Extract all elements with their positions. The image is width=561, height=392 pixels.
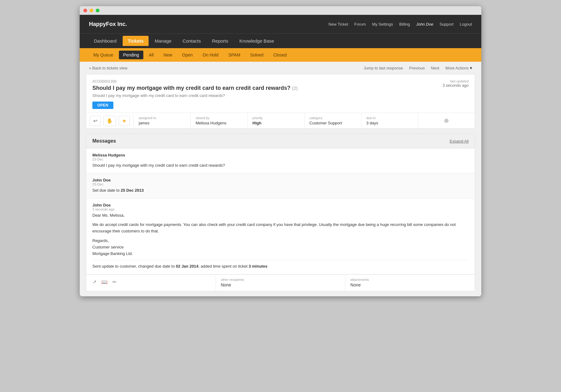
other-recipients-value: None	[221, 282, 340, 287]
minimize-window-btn[interactable]	[90, 9, 93, 12]
closed-tab[interactable]: Closed	[269, 51, 291, 59]
message-body: Should I pay my mortgage with my credit …	[92, 162, 469, 169]
status-dot-field	[418, 113, 475, 128]
close-window-btn[interactable]	[83, 9, 87, 12]
messages-section: Messages Expand All Melissa Hudgens 23-D…	[86, 134, 475, 291]
message-item: John Doe 23-Dec Set due date to 25 Dec 2…	[86, 173, 475, 198]
footer-action-icons: ↗ 📖 ✏	[91, 278, 211, 286]
manage-nav[interactable]: Manage	[150, 36, 176, 46]
ticket-meta-right: last updated 3 seconds ago	[442, 79, 469, 88]
more-actions-label: More Actions	[445, 66, 469, 70]
message-item: Melissa Hudgens 23-Dec Should I pay my m…	[86, 148, 475, 173]
support-link[interactable]: Support	[440, 22, 454, 27]
priority-value: High	[252, 121, 299, 125]
message-item: John Doe 3 seconds ago Dear Ms. Melissa,…	[86, 198, 475, 275]
message-sender: John Doe	[92, 178, 469, 182]
due-in-field: due in: 3 days	[361, 113, 418, 128]
ticket-header: #CO00001306 Should I pay my mortgage wit…	[86, 74, 475, 102]
assigned-to-value: james	[139, 121, 185, 125]
last-updated-value: 3 seconds ago	[442, 83, 469, 88]
share-icon[interactable]: ↗	[91, 278, 98, 286]
new-tab[interactable]: New	[159, 51, 177, 59]
message-body: Dear Ms. Melissa, We do accept credit ca…	[92, 212, 469, 270]
title-bar	[80, 6, 481, 15]
message-footer: ↗ 📖 ✏ other recipients None attachments …	[86, 274, 475, 291]
app-logo: HappyFox Inc.	[89, 21, 127, 27]
breadcrumb-actions: Jump to last response Previous Next More…	[364, 65, 472, 70]
ticket-fields: ↩ ✋ ★ assigned to james raised by Meliss…	[86, 113, 475, 128]
messages-header: Messages Expand All	[86, 134, 475, 148]
breadcrumb-bar: « Back to tickets view Jump to last resp…	[80, 62, 481, 74]
message-body: Set due date to 25 Dec 2013	[92, 187, 469, 194]
category-field: category Customer Support	[305, 113, 361, 128]
more-actions-dropdown[interactable]: More Actions ▾	[445, 65, 472, 70]
sub-navigation: My Queue Pending All New Open On Hold SP…	[80, 48, 481, 62]
ticket-subtitle: Should I pay my mortgage with my credit …	[92, 93, 442, 98]
ticket-number: #CO00001306	[92, 79, 442, 84]
star-btn[interactable]: ★	[119, 116, 130, 126]
top-navigation: HappyFox Inc. New Ticket Forum My Settin…	[80, 15, 481, 33]
ticket-title-area: #CO00001306 Should I pay my mortgage wit…	[92, 79, 442, 98]
contacts-nav[interactable]: Contacts	[178, 36, 206, 46]
jump-to-last-response[interactable]: Jump to last response	[364, 66, 403, 70]
maximize-window-btn[interactable]	[96, 9, 99, 12]
message-date: 23-Dec	[92, 157, 469, 161]
status-dot	[444, 119, 449, 123]
status-badge: OPEN	[92, 102, 113, 109]
previous-action[interactable]: Previous	[409, 66, 425, 70]
category-value: Customer Support	[310, 121, 356, 125]
message-sender: Melissa Hudgens	[92, 153, 469, 157]
knowledge-base-nav[interactable]: Knowledge Base	[234, 36, 279, 46]
message-sender: John Doe	[92, 203, 469, 207]
reply-btn[interactable]: ↩	[90, 116, 101, 126]
my-settings-link[interactable]: My Settings	[372, 22, 393, 27]
messages-title: Messages	[92, 138, 116, 144]
solved-tab[interactable]: Solved	[246, 51, 268, 59]
back-to-tickets-link[interactable]: « Back to tickets view	[89, 66, 127, 70]
top-nav-links: New Ticket Forum My Settings Billing Joh…	[328, 22, 472, 27]
edit-icon[interactable]: ✏	[111, 278, 118, 286]
message-date: 23-Dec	[92, 182, 469, 186]
forum-link[interactable]: Forum	[354, 22, 366, 27]
open-tab[interactable]: Open	[178, 51, 197, 59]
due-in-value: 3 days	[366, 121, 413, 125]
new-ticket-link[interactable]: New Ticket	[328, 22, 348, 27]
other-recipients-section: other recipients None	[216, 275, 346, 291]
dashboard-nav[interactable]: Dashboard	[89, 36, 121, 46]
ticket-status-row: OPEN	[86, 102, 475, 113]
message-date: 3 seconds ago	[92, 207, 469, 211]
tickets-nav[interactable]: Tickets	[123, 36, 148, 46]
assigned-to-field: assigned to james	[134, 113, 191, 128]
logout-link[interactable]: Logout	[460, 22, 472, 27]
priority-field: priority High	[247, 113, 304, 128]
user-name-link[interactable]: John Doe	[416, 22, 433, 27]
ticket-action-buttons: ↩ ✋ ★	[86, 113, 134, 128]
hold-btn[interactable]: ✋	[103, 116, 116, 126]
ticket-title: Should I pay my mortgage with my credit …	[92, 85, 442, 91]
spam-tab[interactable]: SPAM	[224, 51, 245, 59]
footer-icons-section: ↗ 📖 ✏	[86, 275, 216, 291]
all-tab[interactable]: All	[145, 51, 158, 59]
attachments-label: attachments	[350, 278, 470, 281]
my-queue-tab[interactable]: My Queue	[89, 51, 118, 59]
other-recipients-label: other recipients	[221, 278, 340, 281]
attachments-value: None	[350, 282, 470, 287]
main-navigation: Dashboard Tickets Manage Contacts Report…	[80, 33, 481, 48]
expand-all-link[interactable]: Expand All	[450, 139, 469, 144]
chevron-down-icon: ▾	[470, 65, 472, 70]
ticket-card: #CO00001306 Should I pay my mortgage wit…	[86, 74, 475, 129]
app-window: HappyFox Inc. New Ticket Forum My Settin…	[80, 6, 481, 296]
raised-by-field: raised by Melissa Hudgens	[191, 113, 247, 128]
next-action[interactable]: Next	[431, 66, 439, 70]
raised-by-value: Melissa Hudgens	[196, 121, 242, 125]
last-updated-label: last updated	[442, 79, 469, 83]
footer-note: Sent update to customer, changed due dat…	[92, 260, 469, 270]
pending-tab[interactable]: Pending	[119, 51, 143, 59]
reports-nav[interactable]: Reports	[207, 36, 233, 46]
kb-icon[interactable]: 📖	[100, 278, 109, 286]
on-hold-tab[interactable]: On Hold	[198, 51, 223, 59]
billing-link[interactable]: Billing	[399, 22, 410, 27]
content-area: « Back to tickets view Jump to last resp…	[80, 62, 481, 291]
ticket-count: (2)	[292, 85, 297, 91]
attachments-section: attachments None	[345, 275, 475, 291]
